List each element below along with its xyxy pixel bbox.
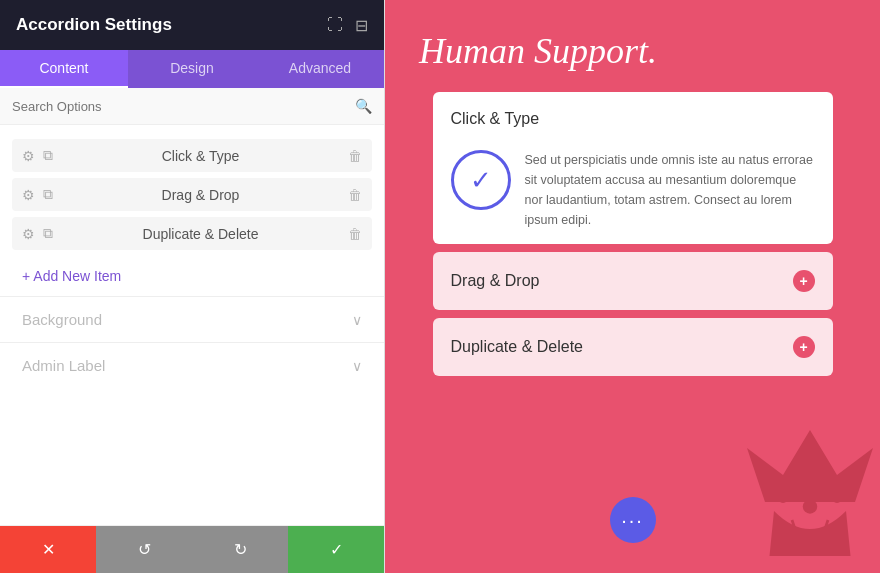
- panel-footer: ✕ ↺ ↻ ✓: [0, 525, 384, 573]
- cancel-button[interactable]: ✕: [0, 526, 96, 573]
- items-list: ⚙ ⧉ Click & Type 🗑 ⚙ ⧉ Drag & Drop 🗑 ⚙ ⧉…: [0, 125, 384, 256]
- duplicate-icon-2[interactable]: ⧉: [43, 186, 53, 203]
- accordion-body-text-1: Sed ut perspiciatis unde omnis iste au n…: [525, 150, 815, 230]
- panel-title: Accordion Settings: [16, 15, 172, 35]
- left-panel: Accordion Settings ⛶ ⊟ Content Design Ad…: [0, 0, 385, 573]
- expand-icon[interactable]: ⛶: [327, 16, 343, 35]
- accordion-card-2: Drag & Drop +: [433, 252, 833, 310]
- accordion-title-3: Duplicate & Delete: [451, 338, 584, 356]
- settings-icon-1[interactable]: ⚙: [22, 148, 35, 164]
- tab-design[interactable]: Design: [128, 50, 256, 88]
- accordion-card-header-1[interactable]: Click & Type: [433, 92, 833, 146]
- expand-icon-3[interactable]: +: [793, 336, 815, 358]
- duplicate-icon-1[interactable]: ⧉: [43, 147, 53, 164]
- accordion-card-3: Duplicate & Delete +: [433, 318, 833, 376]
- delete-icon-1[interactable]: 🗑: [348, 148, 362, 164]
- panel-header-icons: ⛶ ⊟: [327, 16, 368, 35]
- accordion-card-expanded: Click & Type ✓ Sed ut perspiciatis unde …: [433, 92, 833, 244]
- list-item: ⚙ ⧉ Click & Type 🗑: [12, 139, 372, 172]
- settings-icon-2[interactable]: ⚙: [22, 187, 35, 203]
- fab-button[interactable]: ···: [610, 497, 656, 543]
- search-icon: 🔍: [355, 98, 372, 114]
- tabs: Content Design Advanced: [0, 50, 384, 88]
- list-item: ⚙ ⧉ Drag & Drop 🗑: [12, 178, 372, 211]
- admin-label-chevron: ∨: [352, 358, 362, 374]
- svg-point-1: [778, 492, 789, 503]
- undo-icon: ↺: [138, 540, 151, 559]
- list-item: ⚙ ⧉ Duplicate & Delete 🗑: [12, 217, 372, 250]
- check-circle-icon: ✓: [451, 150, 511, 210]
- redo-icon: ↻: [234, 540, 247, 559]
- svg-point-0: [803, 499, 817, 513]
- grid-icon[interactable]: ⊟: [355, 16, 368, 35]
- add-new-item-button[interactable]: + Add New Item: [0, 256, 384, 296]
- accordion-card-body-1: ✓ Sed ut perspiciatis unde omnis iste au…: [433, 146, 833, 230]
- add-new-item-label: + Add New Item: [22, 268, 121, 284]
- cancel-icon: ✕: [42, 540, 55, 559]
- tab-content[interactable]: Content: [0, 50, 128, 88]
- accordion-title-1: Click & Type: [451, 110, 540, 128]
- expand-icon-2[interactable]: +: [793, 270, 815, 292]
- save-icon: ✓: [330, 540, 343, 559]
- search-input[interactable]: [12, 99, 355, 114]
- background-section[interactable]: Background ∨: [0, 296, 384, 342]
- duplicate-icon-3[interactable]: ⧉: [43, 225, 53, 242]
- item-label-1: Click & Type: [61, 148, 340, 164]
- tab-advanced[interactable]: Advanced: [256, 50, 384, 88]
- item-label-3: Duplicate & Delete: [61, 226, 340, 242]
- accordion-card-header-2[interactable]: Drag & Drop +: [433, 252, 833, 310]
- save-button[interactable]: ✓: [288, 526, 384, 573]
- admin-label-section[interactable]: Admin Label ∨: [0, 342, 384, 388]
- undo-button[interactable]: ↺: [96, 526, 192, 573]
- background-label: Background: [22, 311, 102, 328]
- delete-icon-3[interactable]: 🗑: [348, 226, 362, 242]
- preview-heading: Human Support.: [409, 30, 657, 72]
- item-label-2: Drag & Drop: [61, 187, 340, 203]
- search-bar: 🔍: [0, 88, 384, 125]
- accordion-card-header-3[interactable]: Duplicate & Delete +: [433, 318, 833, 376]
- svg-point-2: [832, 492, 843, 503]
- background-chevron: ∨: [352, 312, 362, 328]
- right-panel: Human Support. Click & Type ✓ Sed ut per…: [385, 0, 880, 573]
- fab-label: ···: [621, 509, 644, 532]
- accordion-title-2: Drag & Drop: [451, 272, 540, 290]
- admin-label-label: Admin Label: [22, 357, 105, 374]
- settings-icon-3[interactable]: ⚙: [22, 226, 35, 242]
- redo-button[interactable]: ↻: [192, 526, 288, 573]
- delete-icon-2[interactable]: 🗑: [348, 187, 362, 203]
- panel-header: Accordion Settings ⛶ ⊟: [0, 0, 384, 50]
- watermark-icon: [720, 403, 880, 573]
